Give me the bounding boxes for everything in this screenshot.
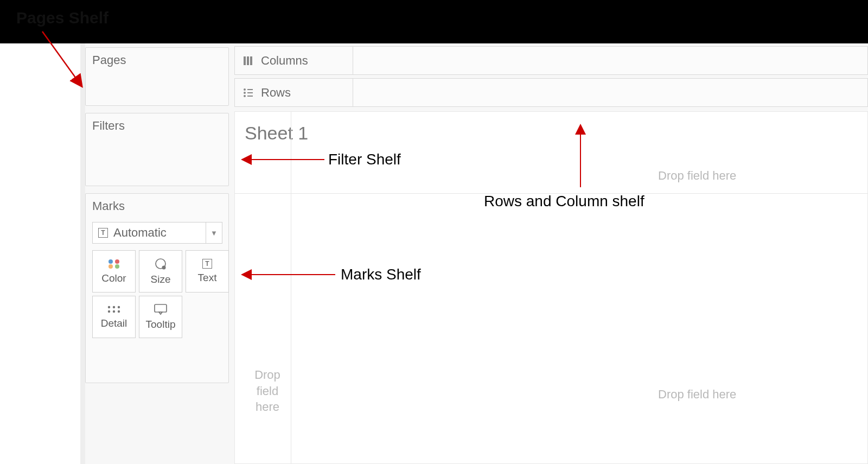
tooltip-icon xyxy=(154,303,168,315)
stage: Pages Filters Marks T Automatic ▼ Color xyxy=(0,0,868,464)
marks-text-card[interactable]: T Text xyxy=(186,250,229,293)
svg-point-7 xyxy=(113,306,115,308)
rows-icon xyxy=(242,87,253,98)
svg-point-19 xyxy=(244,92,246,94)
svg-point-9 xyxy=(108,310,110,313)
svg-point-0 xyxy=(108,259,113,264)
svg-point-17 xyxy=(244,88,246,91)
columns-dropzone[interactable] xyxy=(353,47,867,74)
canvas-horizontal-divider xyxy=(235,193,867,194)
text-icon: T xyxy=(202,259,212,269)
view-canvas[interactable]: Sheet 1 Drop field here Drop field here … xyxy=(234,111,868,464)
marks-color-label: Color xyxy=(101,272,126,284)
svg-point-5 xyxy=(162,266,166,270)
text-mark-icon: T xyxy=(98,228,108,238)
drop-field-side-hint: Dropfieldhere xyxy=(251,367,284,415)
chevron-down-icon: ▼ xyxy=(206,223,222,243)
mark-type-dropdown[interactable]: T Automatic ▼ xyxy=(92,222,222,244)
mark-type-value: Automatic xyxy=(113,226,167,240)
marks-cards-grid: Color Size T Text xyxy=(92,250,222,338)
svg-rect-20 xyxy=(247,92,253,93)
svg-point-21 xyxy=(244,95,246,97)
pages-label: Pages xyxy=(92,53,126,67)
columns-label: Columns xyxy=(261,54,308,68)
svg-rect-12 xyxy=(155,304,167,312)
svg-rect-15 xyxy=(247,56,249,65)
svg-rect-18 xyxy=(247,89,253,90)
svg-rect-14 xyxy=(244,56,246,65)
svg-point-2 xyxy=(108,264,113,269)
svg-rect-16 xyxy=(250,56,252,65)
color-icon xyxy=(107,258,121,269)
rows-shelf[interactable]: Rows xyxy=(234,78,868,107)
drop-field-body-hint: Drop field here xyxy=(658,387,736,402)
pages-shelf[interactable]: Pages xyxy=(85,47,229,106)
drop-field-top-hint: Drop field here xyxy=(658,169,736,183)
rows-label: Rows xyxy=(261,86,291,100)
svg-point-6 xyxy=(108,306,110,308)
columns-shelf[interactable]: Columns xyxy=(234,46,868,75)
svg-point-11 xyxy=(118,310,120,313)
marks-shelf: Marks T Automatic ▼ Color xyxy=(85,193,229,383)
size-icon xyxy=(154,257,168,270)
rows-dropzone[interactable] xyxy=(353,79,867,106)
svg-point-1 xyxy=(115,259,119,264)
marks-text-label: Text xyxy=(198,272,217,284)
svg-point-3 xyxy=(115,264,119,269)
marks-size-card[interactable]: Size xyxy=(139,250,182,293)
marks-size-label: Size xyxy=(151,274,171,285)
marks-tooltip-card[interactable]: Tooltip xyxy=(139,296,182,338)
marks-color-card[interactable]: Color xyxy=(92,250,136,293)
left-gutter xyxy=(80,43,85,464)
marks-label: Marks xyxy=(92,199,222,213)
svg-point-10 xyxy=(113,310,115,313)
marks-detail-label: Detail xyxy=(101,317,127,329)
filters-shelf[interactable]: Filters xyxy=(85,113,229,186)
svg-rect-22 xyxy=(247,96,253,97)
detail-icon xyxy=(106,304,122,314)
top-black-bar xyxy=(0,0,868,43)
marks-detail-card[interactable]: Detail xyxy=(92,296,136,338)
svg-point-8 xyxy=(118,306,120,308)
canvas-vertical-divider xyxy=(291,112,291,463)
svg-marker-13 xyxy=(159,312,162,314)
row-column-shelves: Columns Rows xyxy=(234,46,868,110)
filters-label: Filters xyxy=(92,119,125,132)
sheet-title[interactable]: Sheet 1 xyxy=(245,123,308,144)
marks-tooltip-label: Tooltip xyxy=(146,319,176,330)
columns-icon xyxy=(242,55,253,66)
